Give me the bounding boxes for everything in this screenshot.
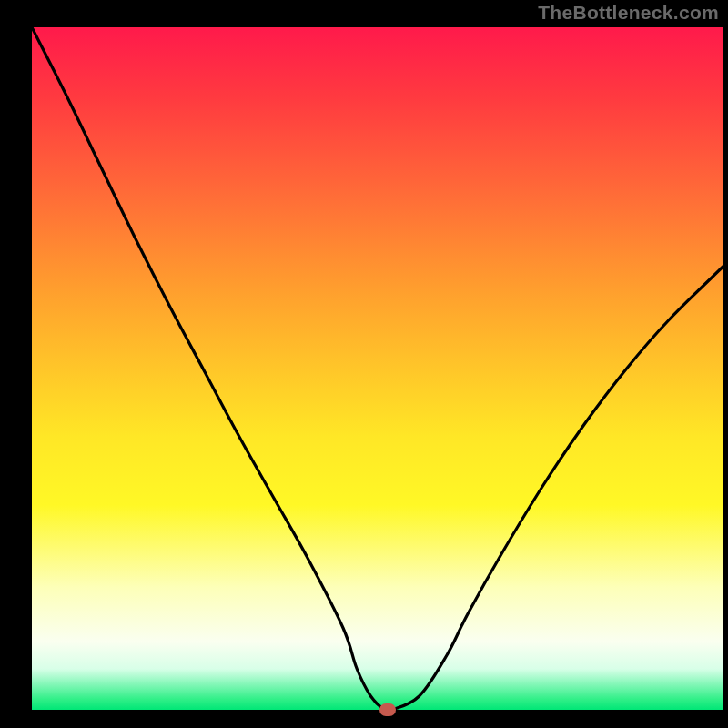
minimum-marker	[379, 703, 396, 716]
plot-area	[32, 27, 723, 710]
chart-frame: TheBottleneck.com	[0, 0, 728, 728]
bottleneck-curve	[32, 27, 723, 710]
watermark-text: TheBottleneck.com	[538, 2, 719, 24]
curve-svg	[32, 27, 723, 710]
